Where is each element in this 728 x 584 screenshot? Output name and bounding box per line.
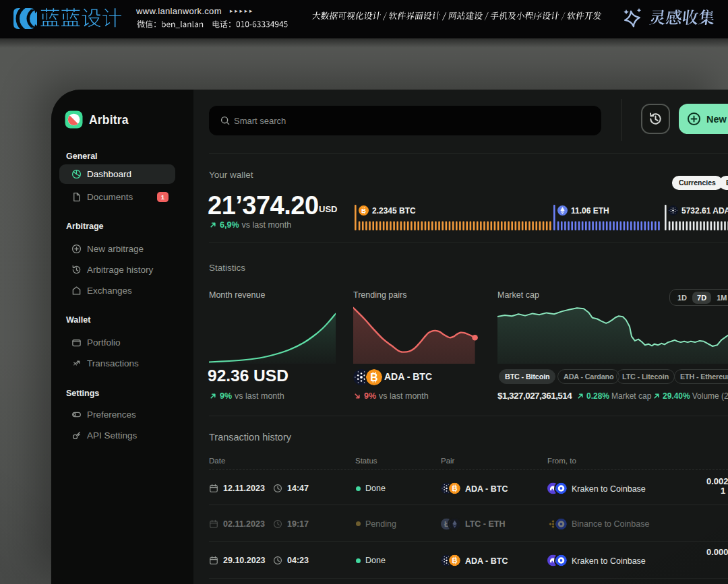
brand-logo-text — [40, 7, 122, 28]
pair-icons: B — [441, 555, 460, 566]
sidebar-item-label: Transactions — [87, 358, 139, 368]
sidebar-item-label: Portfolio — [87, 337, 121, 348]
clock-icon — [273, 484, 282, 493]
market-cap-label: Market cap — [497, 290, 539, 300]
search-input[interactable] — [209, 106, 601, 135]
range-toggle: 1D 7D 1M — [669, 289, 728, 306]
ada-coin-icon — [668, 205, 678, 216]
arbitra-logo-icon — [65, 110, 83, 129]
transactions-title: Transaction history — [209, 432, 291, 443]
sidebar-section-heading: Arbitrage — [66, 222, 104, 231]
sidebar-item-preferences[interactable]: Preferences — [59, 405, 175, 424]
table-row[interactable]: 02.11.2023 19:17 Pending ŁLTC - ETH Bina… — [0, 506, 728, 542]
btc-coin-icon: B — [366, 369, 382, 385]
wallet-change: 6,9% vs last month — [209, 220, 291, 230]
sidebar-item-arbitrage-history[interactable]: Arbitrage history — [59, 260, 175, 280]
promo-banner: www.lanlanwork.com ▸▸▸▸▸ — [0, 0, 728, 38]
currencies-button[interactable]: Currencies — [672, 176, 723, 190]
sidebar-item-documents[interactable]: Documents1 — [59, 187, 175, 207]
coin-pill-ltc[interactable]: LTC - Litecoin — [616, 369, 675, 384]
trending-pair-icons: B — [353, 369, 382, 385]
sidebar-item-label: New arbitrage — [87, 244, 144, 254]
exchanges-button[interactable]: Exchanges — [719, 176, 728, 190]
svg-text:B: B — [452, 484, 458, 492]
month-revenue-pct: 9% — [220, 391, 232, 401]
tx-status: Pending — [365, 519, 396, 529]
calendar-icon — [209, 556, 218, 565]
pair-icons: Ł — [441, 518, 460, 529]
tx-from-to: Binance to Coinbase — [572, 519, 649, 529]
coin-pill-ada[interactable]: ADA - Cardano — [557, 369, 619, 384]
sidebar-item-transactions[interactable]: Transactions — [59, 354, 175, 373]
trending-pairs-change: 9% vs last month — [353, 391, 429, 401]
btc-coin-icon: B — [449, 483, 460, 494]
trending-pairs-chart — [353, 306, 479, 364]
range-7d[interactable]: 7D — [692, 292, 711, 304]
screen: www.lanlanwork.com ▸▸▸▸▸ Arbitra General… — [0, 0, 728, 584]
banner-services-text — [311, 11, 602, 22]
tx-status: Done — [365, 484, 386, 493]
exchange-icons — [547, 555, 567, 566]
section-divider — [209, 416, 728, 416]
trend-down-icon — [353, 392, 361, 400]
svg-text:Ł: Ł — [444, 520, 449, 528]
coin-pill-eth[interactable]: ETH - Ethereum — [674, 369, 728, 384]
api-settings-icon — [71, 430, 82, 441]
plus-circle-icon — [687, 112, 701, 126]
month-revenue-suffix: vs last month — [235, 391, 284, 401]
wallet-change-pct: 6,9% — [220, 220, 239, 230]
tx-status: Done — [365, 556, 386, 565]
history-icon — [648, 112, 663, 126]
trending-pairs-label: Trending pairs — [353, 290, 406, 300]
svg-text:B: B — [370, 372, 377, 383]
coinbase-icon — [555, 483, 567, 494]
wallet-title: Your wallet — [209, 170, 253, 180]
search-icon — [220, 116, 230, 125]
month-revenue-value: 92.36 USD — [208, 366, 289, 385]
trend-up-icon — [209, 221, 217, 229]
app-name: Arbitra — [89, 113, 129, 127]
coinbase-icon — [555, 518, 567, 529]
wallet-currency: USD — [319, 204, 337, 214]
sidebar-item-exchanges[interactable]: Exchanges — [59, 281, 175, 300]
sidebar-item-dashboard[interactable]: Dashboard — [59, 164, 175, 184]
market-cap-change-label: Market cap — [611, 391, 651, 401]
tx-pair: LTC - ETH — [465, 519, 505, 529]
new-arbitrage-icon — [71, 244, 82, 254]
portfolio-icon — [71, 337, 82, 348]
holding-label-eth: 11.06 ETH — [571, 206, 609, 216]
sidebar-item-label: API Settings — [87, 430, 137, 441]
table-row[interactable]: 29.10.2023 04:23 Done BADA - BTC Kraken … — [0, 542, 728, 579]
row-divider — [209, 505, 728, 505]
coin-pill-btc[interactable]: BTC - Bitcoin — [499, 369, 555, 384]
table-row[interactable]: 12.11.2023 14:47 Done BADA - BTC Kraken … — [0, 472, 728, 505]
market-cap-chart — [497, 306, 728, 364]
range-1m[interactable]: 1M — [712, 292, 728, 304]
banner-url[interactable]: www.lanlanwork.com — [136, 6, 222, 16]
holding-label-btc: 2.2345 BTC — [372, 206, 416, 216]
tx-time: 14:47 — [287, 484, 309, 493]
calendar-icon — [209, 484, 218, 493]
header-divider — [209, 469, 728, 470]
volume-change-label: Volume (24 — [692, 391, 728, 401]
volume-pct: 29.40% — [663, 391, 690, 401]
new-arbitrage-button[interactable]: New arbitrage — [679, 104, 728, 134]
sidebar-item-portfolio[interactable]: Portfolio — [59, 333, 175, 352]
exchange-icons — [547, 518, 567, 529]
range-1d[interactable]: 1D — [673, 292, 692, 304]
trend-up-icon — [653, 392, 661, 400]
banner-contact-text — [136, 20, 289, 29]
status-dot — [356, 558, 361, 563]
sidebar-item-new-arbitrage[interactable]: New arbitrage — [59, 239, 175, 259]
documents-badge: 1 — [157, 192, 169, 202]
tx-date: 02.11.2023 — [223, 519, 265, 529]
sidebar-item-api-settings[interactable]: API Settings — [59, 426, 175, 445]
svg-text:B: B — [361, 207, 366, 214]
dashboard-icon — [71, 169, 82, 179]
tx-from-to: Kraken to Coinbase — [572, 556, 646, 565]
coinbase-icon — [555, 555, 567, 566]
history-button[interactable] — [641, 104, 670, 134]
month-revenue-label: Month revenue — [209, 290, 265, 300]
trending-pairs-suffix: vs last month — [379, 391, 429, 401]
tx-time: 04:23 — [287, 556, 309, 565]
